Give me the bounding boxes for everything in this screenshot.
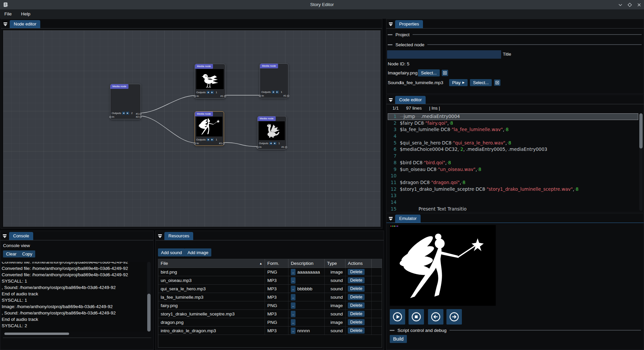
console-vscrollbar[interactable] bbox=[147, 262, 151, 332]
delete-button[interactable]: Delete bbox=[348, 319, 365, 325]
collapse-arrow-icon[interactable] bbox=[389, 21, 393, 27]
graph-node-fairy[interactable]: Media nodeOutputs◀▶1In#1 bbox=[195, 111, 224, 146]
output-dec-button[interactable]: ◀ bbox=[269, 142, 272, 145]
input-port[interactable]: In bbox=[259, 94, 264, 97]
output-port[interactable]: #1 bbox=[136, 112, 142, 115]
cell-description: .. bbox=[288, 301, 325, 309]
emu-back-button[interactable] bbox=[428, 309, 443, 325]
output-inc-button[interactable]: ▶ bbox=[276, 91, 279, 94]
console-hscrollbar[interactable] bbox=[4, 333, 69, 335]
output-inc-button[interactable]: ▶ bbox=[273, 142, 276, 145]
output-port[interactable]: #1 bbox=[220, 95, 226, 98]
table-row[interactable]: intro_drako_le_dragon.mp3MP3..nnnnnsound… bbox=[158, 327, 382, 335]
image-label: Image bbox=[388, 70, 400, 75]
image-select-button[interactable]: Select... bbox=[418, 69, 440, 76]
delete-button[interactable]: Delete bbox=[348, 294, 365, 300]
description-edit-button[interactable]: .. bbox=[291, 286, 296, 292]
sound-select-button[interactable]: Select... bbox=[470, 79, 492, 86]
column-description[interactable]: Description bbox=[288, 259, 325, 268]
description-edit-button[interactable]: .. bbox=[291, 302, 296, 309]
output-port[interactable]: #1 bbox=[219, 142, 225, 145]
table-row[interactable]: un_oiseau.mp3MP3..soundDelete bbox=[158, 276, 382, 285]
delete-button[interactable]: Delete bbox=[348, 328, 365, 334]
description-edit-button[interactable]: .. bbox=[291, 277, 296, 284]
input-port[interactable]: In bbox=[194, 95, 199, 98]
graph-node[interactable]: Media nodeOutputs◀▶1In#1 bbox=[260, 63, 288, 98]
output-inc-button[interactable]: ▶ bbox=[211, 91, 214, 94]
image-clear-button[interactable] bbox=[442, 70, 448, 76]
title-input[interactable] bbox=[387, 50, 501, 59]
output-inc-button[interactable]: ▶ bbox=[211, 138, 214, 141]
maximize-button[interactable] bbox=[627, 2, 632, 7]
add-sound-button[interactable]: Add sound bbox=[158, 248, 185, 256]
table-row[interactable]: story1_drako_luminelle_sceptre.mp3MP3..s… bbox=[158, 310, 382, 318]
output-port[interactable]: #2 bbox=[136, 115, 142, 118]
sort-asc-icon: ▲ bbox=[259, 262, 262, 265]
graph-node-bird[interactable]: Media nodeOutputs◀▶1In#1 bbox=[195, 64, 225, 99]
node-graph-canvas[interactable]: Media nodeOutputs◀▶2In#1#2Media nodeOutp… bbox=[3, 30, 381, 227]
column-type[interactable]: Type bbox=[325, 259, 345, 268]
table-row[interactable]: qui_sera_le_hero.mp3MP3..bbbbbbsoundDele… bbox=[158, 285, 382, 293]
column-file[interactable]: File▲ bbox=[158, 259, 265, 268]
delete-button[interactable]: Delete bbox=[348, 269, 365, 275]
code-token: $bird bbox=[400, 160, 412, 165]
description-text: bbbbbb bbox=[297, 286, 312, 291]
copy-button[interactable]: Copy bbox=[19, 250, 35, 257]
column-actions[interactable]: Actions bbox=[345, 259, 372, 268]
tab-resources[interactable]: Resources bbox=[164, 232, 193, 240]
tab-console[interactable]: Console bbox=[9, 232, 33, 240]
delete-button[interactable]: Delete bbox=[348, 302, 365, 308]
code-token: DC8 bbox=[442, 140, 451, 145]
delete-button[interactable]: Delete bbox=[348, 311, 365, 317]
description-edit-button[interactable]: .. bbox=[291, 319, 296, 326]
collapse-arrow-icon[interactable] bbox=[158, 233, 162, 239]
collapse-arrow-icon[interactable] bbox=[389, 97, 393, 103]
description-edit-button[interactable]: .. bbox=[291, 328, 296, 334]
tab-properties[interactable]: Properties bbox=[395, 20, 423, 28]
input-port[interactable]: In bbox=[257, 145, 262, 149]
output-port[interactable]: #1 bbox=[281, 145, 287, 149]
description-edit-button[interactable]: .. bbox=[291, 311, 296, 317]
collapse-arrow-icon[interactable] bbox=[3, 233, 7, 239]
menu-file[interactable]: File bbox=[0, 9, 16, 19]
play-button[interactable]: Play▶ bbox=[449, 79, 468, 86]
output-dec-button[interactable]: ◀ bbox=[207, 91, 210, 94]
code-text-area[interactable]: 1→jump····.mediaEntry00042$fairy·DC8·"fa… bbox=[388, 113, 638, 212]
column-format[interactable]: Form. bbox=[265, 259, 288, 268]
emu-forward-button[interactable] bbox=[446, 309, 462, 325]
tab-node-editor[interactable]: Node editor bbox=[10, 20, 40, 28]
output-inc-button[interactable]: ▶ bbox=[126, 112, 129, 115]
table-row[interactable]: dragon.pngPNG..imageDelete bbox=[158, 318, 382, 327]
input-port[interactable]: In bbox=[194, 142, 199, 145]
code-vscrollbar[interactable] bbox=[639, 113, 643, 211]
emu-play-button[interactable] bbox=[390, 309, 405, 325]
table-row[interactable]: fairy.pngPNG..imageDelete bbox=[158, 301, 382, 310]
console-log[interactable]: Converted file: /home/anthony/ostproj/ba… bbox=[2, 262, 147, 332]
output-dec-button[interactable]: ◀ bbox=[272, 91, 275, 94]
input-port[interactable]: In bbox=[109, 115, 114, 118]
output-port[interactable]: #1 bbox=[283, 94, 289, 97]
emu-stop-button[interactable] bbox=[409, 309, 424, 325]
add-image-button[interactable]: Add image bbox=[184, 248, 211, 256]
delete-button[interactable]: Delete bbox=[348, 277, 365, 283]
description-edit-button[interactable]: .. bbox=[291, 269, 296, 275]
menu-help[interactable]: Help bbox=[16, 9, 35, 19]
tab-code-editor[interactable]: Code editor bbox=[395, 96, 426, 104]
collapse-arrow-icon[interactable] bbox=[389, 216, 393, 222]
clear-button[interactable]: Clear bbox=[3, 250, 19, 257]
close-button[interactable] bbox=[637, 2, 641, 7]
description-edit-button[interactable]: .. bbox=[291, 294, 296, 300]
tab-emulator[interactable]: Emulator bbox=[395, 215, 421, 223]
table-row[interactable]: bird.pngPNG..aaaaaaaaaimageDelete bbox=[158, 268, 382, 276]
table-row[interactable]: la_fee_luminelle.mp3MP3..soundDelete bbox=[158, 293, 382, 301]
collapse-arrow-icon[interactable] bbox=[3, 21, 7, 27]
delete-button[interactable]: Delete bbox=[348, 286, 365, 292]
output-dec-button[interactable]: ◀ bbox=[207, 138, 210, 141]
build-button[interactable]: Build bbox=[390, 335, 407, 343]
minimize-button[interactable] bbox=[618, 2, 623, 7]
output-dec-button[interactable]: ◀ bbox=[122, 112, 125, 115]
sound-clear-button[interactable] bbox=[494, 79, 500, 86]
graph-node-dragon[interactable]: Media nodeOutputs◀▶1In#1 bbox=[257, 116, 286, 150]
number-token: 8 bbox=[450, 120, 453, 126]
graph-node[interactable]: Media nodeOutputs◀▶2In#1#2 bbox=[110, 84, 141, 119]
